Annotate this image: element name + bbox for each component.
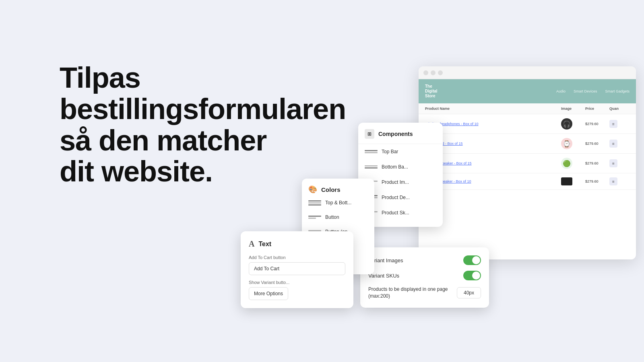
product-price-2: $279.60 — [585, 161, 609, 165]
variant-images-row: Variant Images — [368, 255, 481, 265]
button-label: Button — [325, 214, 339, 220]
product-desc-label: Product De... — [382, 195, 410, 200]
button-stripe-icon — [308, 213, 321, 221]
qty-btn-3[interactable]: ≡ — [609, 177, 617, 185]
right-toggles-panel: Variant Images Variant SKUs Products to … — [360, 247, 489, 308]
product-price-0: $279.60 — [585, 122, 609, 126]
panel-item-top-bar[interactable]: Top Bar — [358, 144, 443, 159]
table-header: Product Name Image Price Quan — [419, 103, 636, 114]
store-nav: Audio Smart Devices Smart Gadgets — [556, 89, 630, 93]
window-dot-red — [423, 70, 428, 75]
bottom-bar-label: Bottom Ba... — [382, 164, 408, 170]
qty-btn-2[interactable]: ≡ — [609, 159, 617, 167]
add-to-cart-field-label: Add To Cart button — [249, 255, 345, 260]
colors-icon: 🎨 — [308, 185, 317, 194]
variant-skus-label: Variant SKUs — [368, 273, 399, 279]
table-row: Smart Band - Box of 15 ⌚ $279.60 ≡ — [419, 134, 636, 154]
col-image: Image — [561, 107, 585, 111]
product-image-label: Product Im... — [382, 179, 409, 185]
product-name-0[interactable]: Wireless headphones - Box of 10 — [425, 122, 561, 126]
top-bottom-stripe-icon — [308, 199, 321, 207]
col-quantity: Quan — [609, 107, 630, 111]
table-row: Portable Speaker - Box of 15 🟢 $279.60 ≡ — [419, 154, 636, 173]
color-item-top-bottom[interactable]: Top & Bott... — [308, 195, 368, 210]
variant-skus-row: Variant SKUs — [368, 271, 481, 280]
text-panel-icon: A — [249, 239, 254, 249]
hero-title: Tilpas bestillingsformularen så den matc… — [60, 62, 301, 187]
show-variant-field-label: Show Variant butto... — [249, 280, 345, 285]
bottom-bar-icon — [365, 163, 378, 171]
nav-smart-devices: Smart Devices — [574, 89, 597, 93]
store-header: The Digital Store Audio Smart Devices Sm… — [419, 79, 636, 103]
variant-skus-toggle[interactable] — [463, 271, 481, 280]
product-price-1: $279.60 — [585, 142, 609, 146]
components-panel-title: Components — [378, 131, 413, 137]
product-img-1: ⌚ — [561, 138, 572, 149]
color-item-button[interactable]: Button — [308, 210, 368, 224]
product-img-2: 🟢 — [561, 158, 572, 169]
components-icon: ⊞ — [365, 129, 374, 139]
product-img-3 — [561, 177, 572, 185]
table-row: Outdoor Speaker - Box of 10 $279.60 ≡ — [419, 173, 636, 190]
top-bottom-label: Top & Bott... — [325, 200, 351, 206]
product-sku-label: Product Sk... — [382, 210, 409, 216]
top-bar-label: Top Bar — [382, 149, 398, 154]
nav-smart-gadgets: Smart Gadgets — [605, 89, 630, 93]
product-img-0: 🎧 — [561, 118, 572, 130]
panel-item-bottom-bar[interactable]: Bottom Ba... — [358, 159, 443, 175]
window-dot-yellow — [431, 70, 436, 75]
col-price: Price — [585, 107, 609, 111]
window-titlebar — [419, 66, 636, 79]
colors-panel-header: 🎨 Colors — [308, 185, 368, 194]
window-dot-green — [438, 70, 443, 75]
table-row: Wireless headphones - Box of 10 🎧 $279.6… — [419, 114, 636, 134]
add-to-cart-input[interactable] — [249, 262, 345, 275]
text-settings-panel: A Text Add To Cart button Show Variant b… — [241, 231, 353, 308]
qty-btn-0[interactable]: ≡ — [609, 120, 617, 128]
hero-section: Tilpas bestillingsformularen så den matc… — [60, 62, 301, 187]
nav-audio: Audio — [556, 89, 566, 93]
products-per-page-label: Products to be displayed in one page (ma… — [368, 286, 449, 300]
more-options-button[interactable]: More Options — [249, 287, 288, 300]
text-panel-header: A Text — [249, 239, 345, 249]
product-name-2[interactable]: Portable Speaker - Box of 15 — [425, 161, 561, 165]
col-product-name: Product Name — [425, 107, 561, 111]
product-name-1[interactable]: Smart Band - Box of 15 — [425, 142, 561, 146]
product-name-3[interactable]: Outdoor Speaker - Box of 10 — [425, 179, 561, 183]
variant-images-toggle[interactable] — [463, 255, 481, 265]
products-per-page-row: Products to be displayed in one page (ma… — [368, 286, 481, 300]
store-logo: The Digital Store — [425, 84, 438, 99]
store-window: The Digital Store Audio Smart Devices Sm… — [419, 66, 636, 259]
text-panel-title: Text — [258, 241, 271, 248]
top-bar-icon — [365, 148, 378, 156]
products-per-page-input[interactable] — [457, 287, 481, 298]
colors-panel-title: Colors — [321, 186, 341, 193]
qty-btn-1[interactable]: ≡ — [609, 140, 617, 148]
product-price-3: $279.60 — [585, 179, 609, 183]
components-panel-header: ⊞ Components — [358, 129, 443, 144]
